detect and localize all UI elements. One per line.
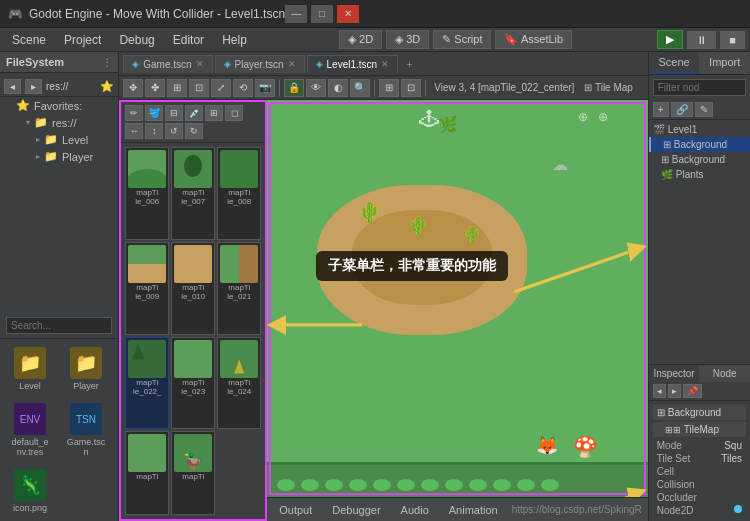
script-button[interactable]: ✎ Script [433,30,491,49]
scene-item-level1[interactable]: 🎬 Level1 [649,122,750,137]
menu-scene[interactable]: Scene [4,31,54,49]
scale-tool-button[interactable]: ⊡ [189,79,209,97]
lock-button[interactable]: 🔒 [284,79,304,97]
group-button[interactable]: ◐ [328,79,348,97]
snap-tool-button[interactable]: 📷 [255,79,275,97]
scene-add-button[interactable]: + [653,102,669,117]
scene-script-button[interactable]: ✎ [695,102,713,117]
tile-thumb [174,340,212,378]
tile-item-021[interactable]: mapTile_021 [217,242,261,335]
visibility-button[interactable]: 👁 [306,79,326,97]
tile-item-026[interactable]: 🦆 mapTi [171,431,215,515]
output-tab[interactable]: Output [273,502,318,518]
fs-search-input[interactable] [6,317,112,334]
tile-item-023[interactable]: mapTile_023 [171,337,215,430]
viewport-canvas[interactable]: 🕹 🌿 ⊕ ⊕ 🌵 🌵 🌵 [267,100,648,497]
tt-pick-button[interactable]: 💉 [185,105,203,121]
tab-add-button[interactable]: + [400,56,418,72]
tab-close-icon[interactable]: ✕ [288,59,296,69]
assetlib-button[interactable]: 🔖 AssetLib [495,30,572,49]
menu-debug[interactable]: Debug [111,31,162,49]
grid-snap-button[interactable]: ⊞ [379,79,399,97]
tt-flip-h-button[interactable]: ↔ [125,123,143,139]
fs-tree-level[interactable]: ▸ 📁 Level [0,131,118,148]
tt-rotate-left-button[interactable]: ↺ [165,123,183,139]
tile-item-008[interactable]: mapTile_008 [217,147,261,240]
file-item-default-env[interactable]: ENV default_env.tres [4,399,56,461]
tile-item-022[interactable]: mapTile_022_ [125,337,169,430]
tab-close-icon[interactable]: ✕ [381,59,389,69]
tt-rect-button[interactable]: ⊟ [165,105,183,121]
fs-tree-player[interactable]: ▸ 📁 Player [0,148,118,165]
animation-tab[interactable]: Animation [443,502,504,518]
insp-history-back[interactable]: ◂ [653,384,666,398]
rotate-tool-button[interactable]: ⊞ [167,79,187,97]
folder-icon: 📁 [70,347,102,379]
pause-button[interactable]: ⏸ [687,31,716,49]
tt-fill-button[interactable]: 🪣 [145,105,163,121]
scene-item-background-2[interactable]: ⊞ Background [649,152,750,167]
tab-close-icon[interactable]: ✕ [196,59,204,69]
pivot-tool-button[interactable]: ⟲ [233,79,253,97]
audio-tab[interactable]: Audio [395,502,435,518]
tile-item-025[interactable]: mapTi [125,431,169,515]
play-button[interactable]: ▶ [657,30,683,49]
scene-tab[interactable]: Scene [649,52,700,74]
scene-link-button[interactable]: 🔗 [671,102,693,117]
move-tool-button[interactable]: ✤ [145,79,165,97]
grid-toggle-button[interactable]: ⊡ [401,79,421,97]
scene-tree: 🎬 Level1 ⊞ Background ⊞ Background 🌿 Pla… [649,120,750,364]
fs-search-bar[interactable] [0,313,118,338]
close-button[interactable]: ✕ [337,5,359,23]
import-tab[interactable]: Import [699,52,750,74]
file-item-player[interactable]: 📁 Player [60,343,112,395]
tile-item-006[interactable]: mapTile_006 [125,147,169,240]
inspector-tab[interactable]: Inspector [649,365,700,382]
tt-flip-v-button[interactable]: ↕ [145,123,163,139]
file-label: icon.png [13,503,47,513]
mode-value: Squ [724,440,742,451]
menu-project[interactable]: Project [56,31,109,49]
scene-search-input[interactable] [653,79,746,96]
insp-history-forward[interactable]: ▸ [668,384,681,398]
zoom-button[interactable]: 🔍 [350,79,370,97]
tab-game-tscn[interactable]: ◈ Game.tscn ✕ [123,55,212,73]
menu-editor[interactable]: Editor [165,31,212,49]
3d-button[interactable]: ◈ 3D [386,30,429,49]
file-item-game-tscn[interactable]: TSN Game.tscn [60,399,112,461]
tt-select-button[interactable]: ⊞ [205,105,223,121]
tile-item-010[interactable]: mapTile_010 [171,242,215,335]
tile-item-024[interactable]: mapTile_024 [217,337,261,430]
maximize-button[interactable]: □ [311,5,333,23]
file-item-icon-png[interactable]: 🦎 icon.png [4,465,56,517]
select-tool-button[interactable]: ✥ [123,79,143,97]
tile-item-007[interactable]: mapTile_007 [171,147,215,240]
stop-button[interactable]: ■ [720,31,745,49]
viewport-toolbar: ✥ ✤ ⊞ ⊡ ⤢ ⟲ 📷 🔒 👁 ◐ 🔍 ⊞ ⊡ View 3, 4 [map… [119,76,648,100]
tile-item-009[interactable]: mapTile_009 [125,242,169,335]
tt-pencil-button[interactable]: ✏ [125,105,143,121]
tab-player-tscn[interactable]: ◈ Player.tscn ✕ [215,55,305,73]
insp-pin[interactable]: 📌 [683,384,702,398]
inspector-tabs: Inspector Node [649,365,750,382]
tt-rotate-right-button[interactable]: ↻ [185,123,203,139]
menu-help[interactable]: Help [214,31,255,49]
fs-forward-button[interactable]: ▸ [25,79,42,94]
fs-back-button[interactable]: ◂ [4,79,21,94]
tile-thumb [128,434,166,472]
scene-item-plants[interactable]: 🌿 Plants [649,167,750,182]
tab-level1-tscn[interactable]: ◈ Level1.tscn ✕ [307,55,399,73]
tt-erase-button[interactable]: ◻ [225,105,243,121]
fs-tree-res[interactable]: ▾ 📁 res:// [0,114,118,131]
minimize-button[interactable]: — [285,5,307,23]
scene-item-background-1[interactable]: ⊞ Background [649,137,750,152]
tile-label: mapTile_008 [227,188,251,206]
node-tab[interactable]: Node [699,365,750,382]
list-tool-button[interactable]: ⤢ [211,79,231,97]
file-item-level[interactable]: 📁 Level [4,343,56,395]
scene-search[interactable] [649,75,750,100]
debugger-tab[interactable]: Debugger [326,502,386,518]
2d-button[interactable]: ◈ 2D [339,30,382,49]
title-icon: 🎮 [8,7,23,21]
fs-tree-favorites[interactable]: ⭐ Favorites: [0,97,118,114]
